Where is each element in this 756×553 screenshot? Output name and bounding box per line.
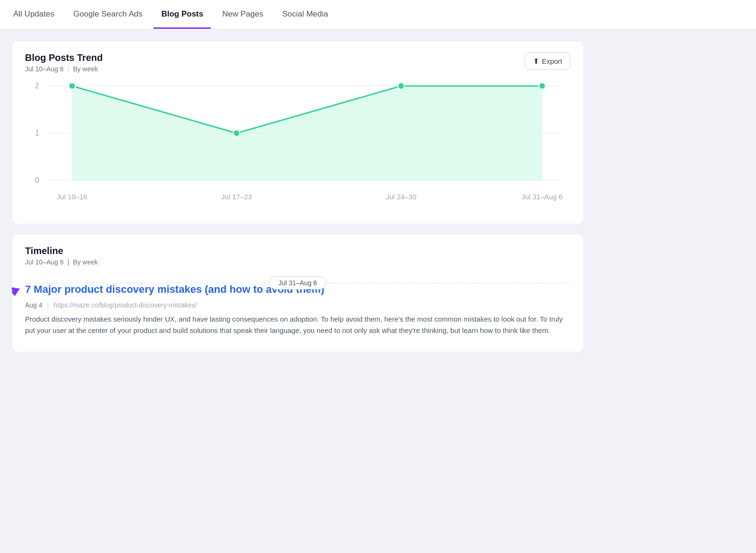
timeline-subtitle: Jul 10–Aug 6 | By week	[25, 258, 570, 266]
blog-post-date: Aug 4	[25, 301, 43, 309]
nav-tabs: All UpdatesGoogle Search AdsBlog PostsNe…	[0, 0, 756, 29]
nav-tab-all-updates[interactable]: All Updates	[11, 0, 62, 29]
trend-by-week: By week	[73, 65, 98, 73]
blog-post-item: 7 Major product discovery mistakes (and …	[25, 283, 570, 337]
trend-card-subtitle: Jul 10–Aug 6 | By week	[25, 65, 103, 73]
timeline-by-week: By week	[73, 258, 98, 266]
svg-text:Jul 17–23: Jul 17–23	[221, 193, 252, 201]
svg-text:1: 1	[35, 129, 39, 137]
svg-text:0: 0	[35, 176, 39, 184]
blog-post-meta-sep: |	[47, 301, 49, 309]
nav-tab-blog-posts[interactable]: Blog Posts	[154, 0, 211, 29]
svg-marker-6	[72, 86, 542, 180]
svg-text:Jul 10–16: Jul 10–16	[57, 193, 87, 201]
timeline-title: Timeline	[25, 246, 570, 256]
timeline-separator: |	[68, 258, 69, 266]
trend-separator: |	[68, 65, 69, 73]
export-button[interactable]: ⬆ Export	[525, 52, 570, 70]
trend-card-title: Blog Posts Trend	[25, 52, 103, 63]
blog-post-description: Product discovery mistakes seriously hin…	[25, 314, 570, 337]
nav-tab-google-search-ads[interactable]: Google Search Ads	[66, 0, 150, 29]
trend-card: Blog Posts Trend Jul 10–Aug 6 | By week …	[11, 41, 584, 224]
timeline-card: Timeline Jul 10–Aug 6 | By week Jul 31–A…	[11, 234, 584, 352]
trend-chart: 2 1 0 Jul 10–16 Jul 17–23 Jul 24–30	[25, 77, 570, 209]
timeline-content: Jul 31–Aug 6 7 Major product discovery m…	[12, 283, 584, 352]
nav-tab-social-media[interactable]: Social Media	[275, 0, 335, 29]
svg-text:Jul 24–30: Jul 24–30	[386, 193, 417, 201]
svg-point-9	[398, 83, 404, 89]
svg-text:Jul 31–Aug 6: Jul 31–Aug 6	[522, 193, 563, 201]
svg-point-7	[69, 83, 76, 89]
svg-text:2: 2	[35, 82, 39, 90]
export-label: Export	[542, 57, 562, 65]
nav-tab-new-pages[interactable]: New Pages	[215, 0, 271, 29]
export-icon: ⬆	[533, 57, 539, 66]
trend-date-range: Jul 10–Aug 6	[25, 65, 64, 73]
timeline-header: Timeline Jul 10–Aug 6 | By week	[12, 234, 584, 270]
timeline-date-badge: Jul 31–Aug 6	[269, 276, 326, 289]
chart-container: 2 1 0 Jul 10–16 Jul 17–23 Jul 24–30	[12, 77, 584, 224]
blog-post-url[interactable]: https://maze.co/blog/product-discovery-m…	[53, 301, 197, 309]
blog-post-meta: Aug 4 | https://maze.co/blog/product-dis…	[25, 301, 570, 309]
svg-point-10	[539, 83, 545, 89]
svg-point-8	[233, 130, 240, 136]
timeline-date-range: Jul 10–Aug 6	[25, 258, 64, 266]
